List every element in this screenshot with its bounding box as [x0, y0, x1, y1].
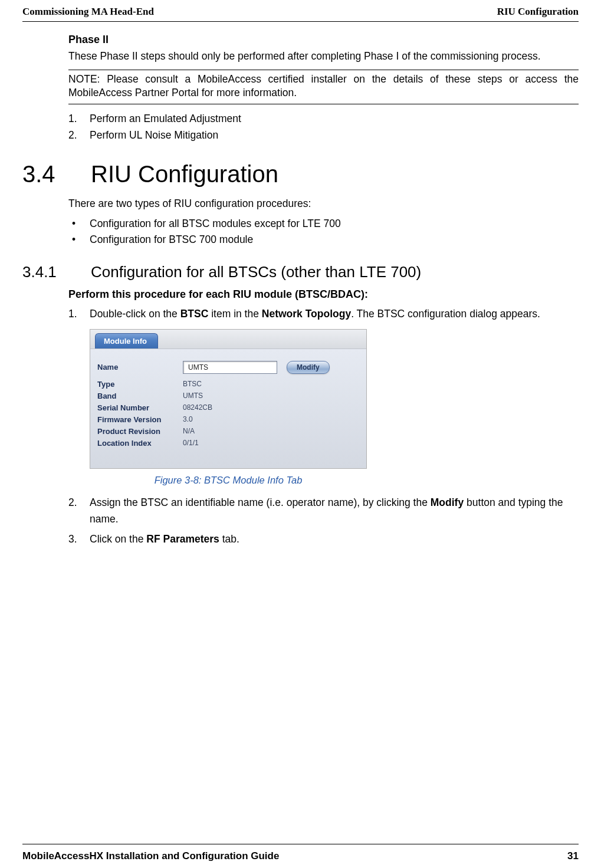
list-number: 2.	[68, 127, 90, 143]
list-text: Perform UL Noise Mitigation	[90, 127, 579, 143]
list-text: Perform an Emulated Adjustment	[90, 110, 579, 127]
subsection-number: 3.4.1	[22, 263, 91, 281]
note-box: NOTE: Please consult a MobileAccess cert…	[68, 70, 579, 104]
panel-body: Name UMTS Modify Type BTSC Band UMTS Ser…	[90, 348, 366, 468]
list-item: • Configuration for BTSC 700 module	[68, 232, 579, 248]
info-label: Location Index	[97, 439, 183, 448]
header-right: RIU Configuration	[497, 6, 579, 18]
tab-module-info[interactable]: Module Info	[95, 333, 158, 348]
bullet-text: Configuration for all BTSC modules excep…	[90, 216, 341, 232]
step-list: 1. Double-click on the BTSC item in the …	[68, 305, 579, 322]
info-label: Serial Number	[97, 403, 183, 412]
info-value: 0/1/1	[183, 439, 199, 448]
info-row-revision: Product Revision N/A	[97, 427, 359, 436]
s34-intro: There are two types of RIU configuration…	[68, 197, 579, 211]
bullet-list: • Configuration for all BTSC modules exc…	[68, 216, 579, 248]
module-info-panel: Module Info Name UMTS Modify Type BTSC B…	[90, 329, 367, 469]
info-label: Band	[97, 392, 183, 400]
info-row-band: Band UMTS	[97, 392, 359, 400]
footer-rule	[22, 844, 579, 844]
tab-strip: Module Info	[90, 330, 366, 348]
name-row: Name UMTS Modify	[97, 361, 359, 374]
list-item: 3. Click on the RF Parameters tab.	[68, 531, 579, 547]
list-number: 3.	[68, 531, 90, 547]
note-text: NOTE: Please consult a MobileAccess cert…	[68, 73, 579, 100]
list-item: 1. Double-click on the BTSC item in the …	[68, 305, 579, 322]
list-text: Click on the RF Parameters tab.	[90, 531, 579, 547]
section-title: RIU Configuration	[91, 161, 278, 188]
bullet-icon: •	[68, 232, 90, 248]
subsection-heading-3-4-1: 3.4.1 Configuration for all BTSCs (other…	[22, 263, 579, 281]
info-label: Type	[97, 380, 183, 389]
footer-left: MobileAccessHX Installation and Configur…	[22, 850, 279, 862]
perform-heading: Perform this procedure for each RIU modu…	[68, 288, 579, 301]
info-label: Product Revision	[97, 427, 183, 436]
info-row-location: Location Index 0/1/1	[97, 439, 359, 448]
info-row-type: Type BTSC	[97, 380, 359, 389]
figure-caption: Figure 3-8: BTSC Module Info Tab	[90, 475, 367, 486]
info-value: UMTS	[183, 392, 203, 400]
list-text: Double-click on the BTSC item in the Net…	[90, 305, 579, 322]
section-heading-3-4: 3.4 RIU Configuration	[22, 161, 579, 188]
list-item: 2. Perform UL Noise Mitigation	[68, 127, 579, 143]
list-item: 1. Perform an Emulated Adjustment	[68, 110, 579, 127]
info-label: Firmware Version	[97, 415, 183, 424]
section-number: 3.4	[22, 161, 91, 188]
footer-page-number: 31	[567, 850, 579, 862]
phase2-para: These Phase II steps should only be perf…	[68, 50, 579, 64]
list-item: 2. Assign the BTSC an identifiable name …	[68, 494, 579, 527]
bullet-text: Configuration for BTSC 700 module	[90, 232, 253, 248]
list-number: 1.	[68, 305, 90, 322]
info-value: 08242CB	[183, 403, 212, 412]
bullet-icon: •	[68, 216, 90, 232]
list-item: • Configuration for all BTSC modules exc…	[68, 216, 579, 232]
info-value: N/A	[183, 427, 195, 436]
name-label: Name	[97, 363, 183, 371]
step-list-cont: 2. Assign the BTSC an identifiable name …	[68, 494, 579, 547]
modify-button[interactable]: Modify	[287, 361, 330, 374]
info-row-serial: Serial Number 08242CB	[97, 403, 359, 412]
subsection-title: Configuration for all BTSCs (other than …	[91, 263, 421, 281]
name-input[interactable]: UMTS	[183, 361, 277, 374]
info-row-firmware: Firmware Version 3.0	[97, 415, 359, 424]
header-rule	[22, 21, 579, 22]
info-value: 3.0	[183, 415, 193, 424]
phase2-steps: 1. Perform an Emulated Adjustment 2. Per…	[68, 110, 579, 143]
figure-3-8: Module Info Name UMTS Modify Type BTSC B…	[90, 329, 579, 486]
page-header: Commissioning MA Head-End RIU Configurat…	[0, 0, 601, 21]
list-number: 2.	[68, 494, 90, 527]
list-number: 1.	[68, 110, 90, 127]
page-footer: MobileAccessHX Installation and Configur…	[22, 850, 579, 862]
info-value: BTSC	[183, 380, 202, 389]
list-text: Assign the BTSC an identifiable name (i.…	[90, 494, 579, 527]
phase2-title: Phase II	[68, 34, 579, 46]
header-left: Commissioning MA Head-End	[22, 6, 154, 18]
